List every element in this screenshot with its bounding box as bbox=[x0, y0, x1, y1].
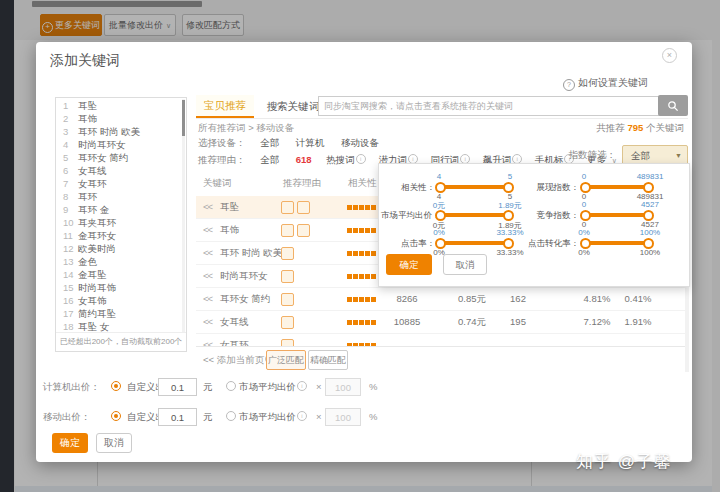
row-keyword: 耳坠 bbox=[220, 196, 239, 218]
list-item[interactable]: 8耳环 bbox=[56, 190, 186, 203]
help-link[interactable]: ?如何设置关键词 bbox=[563, 76, 648, 91]
reason-badges bbox=[281, 201, 310, 214]
market-bid-radio[interactable] bbox=[226, 381, 236, 391]
slider-cur-max: 4527 bbox=[628, 200, 672, 209]
list-item[interactable]: 17简约耳坠 bbox=[56, 307, 186, 320]
list-item[interactable]: 10耳夹耳环 bbox=[56, 216, 186, 229]
add-arrows-icon: << bbox=[203, 265, 212, 287]
custom-bid-radio[interactable] bbox=[111, 381, 121, 391]
device-option-pc[interactable]: 计算机 bbox=[296, 137, 325, 148]
market-bid-radio[interactable] bbox=[226, 411, 236, 421]
custom-bid-radio[interactable] bbox=[111, 411, 121, 421]
slider-handle-max[interactable] bbox=[503, 238, 514, 249]
list-item[interactable]: 9耳环 金 bbox=[56, 203, 186, 216]
slider-handle-max[interactable] bbox=[503, 182, 514, 193]
reason-option-hot[interactable]: 热搜词 bbox=[326, 154, 355, 165]
slider-track[interactable]: 0%33.33% 0%33.33% bbox=[438, 241, 511, 245]
slider-track[interactable]: 0%100% 0%100% bbox=[583, 241, 651, 245]
custom-bid-input[interactable] bbox=[158, 408, 197, 426]
slider-handle-max[interactable] bbox=[503, 210, 514, 221]
slider-track[interactable]: 0489831 0489831 bbox=[583, 185, 651, 189]
slider-cur-min: 0% bbox=[562, 228, 606, 237]
slider-handle-max[interactable] bbox=[643, 182, 654, 193]
breadcrumb: 所有推荐词 > 移动设备 bbox=[198, 122, 294, 135]
add-arrows-icon: << bbox=[203, 196, 212, 218]
add-arrows-icon: << bbox=[203, 242, 212, 264]
device-filter-row: 选择设备： 全部 计算机 移动设备 bbox=[198, 137, 393, 149]
slider-handle-min[interactable] bbox=[580, 210, 591, 221]
item-text: 女耳饰 bbox=[78, 295, 107, 306]
item-text: 金色 bbox=[78, 256, 97, 267]
slider-max: 100% bbox=[628, 248, 672, 257]
item-index: 13 bbox=[63, 255, 78, 268]
list-item[interactable]: 7女耳环 bbox=[56, 177, 186, 190]
list-item[interactable]: 14金耳坠 bbox=[56, 268, 186, 281]
list-item[interactable]: 5耳环女 简约 bbox=[56, 151, 186, 164]
market-bid-percent-input[interactable] bbox=[325, 378, 361, 396]
cancel-button[interactable]: 取消 bbox=[96, 433, 132, 453]
item-text: 金耳坠 bbox=[78, 269, 107, 280]
item-text: 欧美时尚 bbox=[78, 243, 116, 254]
table-row[interactable]: <<女耳环 bbox=[196, 334, 688, 346]
item-index: 7 bbox=[63, 177, 78, 190]
list-item[interactable]: 4时尚耳环女 bbox=[56, 138, 186, 151]
reason-option-all[interactable]: 全部 bbox=[260, 154, 279, 165]
multiply-sign: × bbox=[316, 381, 322, 392]
broad-match-button[interactable]: 广泛匹配 bbox=[266, 350, 306, 370]
list-item[interactable]: 2耳饰 bbox=[56, 112, 186, 125]
search-button[interactable] bbox=[658, 95, 688, 116]
slider-handle-min[interactable] bbox=[435, 238, 446, 249]
slider-track[interactable]: 45 45 bbox=[438, 185, 511, 189]
confirm-button[interactable]: 确定 bbox=[52, 433, 88, 453]
panel-cancel-button[interactable]: 取消 bbox=[443, 254, 487, 275]
close-icon[interactable]: × bbox=[662, 48, 677, 63]
impression-index: 8266 bbox=[375, 288, 439, 310]
col-reason: 推荐理由 bbox=[283, 170, 321, 196]
market-bid-percent-input[interactable] bbox=[325, 408, 361, 426]
device-option-all[interactable]: 全部 bbox=[260, 137, 279, 148]
table-row[interactable]: <<耳环女 简约 82660.85元1624.81%0.41% bbox=[196, 288, 688, 311]
exact-match-button[interactable]: 精确匹配 bbox=[308, 350, 348, 370]
row-keyword: 耳饰 bbox=[220, 219, 239, 241]
list-item[interactable]: 12欧美时尚 bbox=[56, 242, 186, 255]
tab-item-recommend[interactable]: 宝贝推荐 bbox=[196, 95, 254, 118]
yuan-unit: 元 bbox=[203, 411, 213, 424]
relevance-bars bbox=[347, 297, 376, 302]
list-item[interactable]: 6女耳线 bbox=[56, 164, 186, 177]
slider-handle-max[interactable] bbox=[643, 238, 654, 249]
list-item[interactable]: 11金耳环女 bbox=[56, 229, 186, 242]
table-row[interactable]: <<女耳线 108850.74元1957.12%1.91% bbox=[196, 311, 688, 334]
slider-handle-min[interactable] bbox=[435, 210, 446, 221]
total-count: 795 bbox=[628, 122, 644, 133]
custom-bid-input[interactable] bbox=[158, 378, 197, 396]
device-option-mobile[interactable]: 移动设备 bbox=[341, 137, 379, 148]
list-item[interactable]: 3耳环 时尚 欧美 bbox=[56, 125, 186, 138]
relevance-bars bbox=[347, 205, 376, 210]
list-item[interactable]: 13金色 bbox=[56, 255, 186, 268]
reason-badge-icon bbox=[281, 224, 294, 237]
breadcrumb-root[interactable]: 所有推荐词 bbox=[198, 122, 246, 133]
search-input[interactable] bbox=[318, 96, 660, 116]
item-text: 耳环 时尚 欧美 bbox=[78, 126, 140, 137]
item-text: 女耳环 bbox=[78, 178, 107, 189]
list-item[interactable]: 16女耳饰 bbox=[56, 294, 186, 307]
slider-label: 竞争指数： bbox=[517, 210, 579, 220]
list-item[interactable]: 1耳坠 bbox=[56, 99, 186, 112]
list-scrollbar-thumb[interactable] bbox=[182, 100, 185, 136]
index-filter-panel: 相关性： 45 45 展现指数： 0489831 0489831 市场平均出价：… bbox=[378, 163, 690, 287]
slider-handle-min[interactable] bbox=[580, 238, 591, 249]
relevance-bars bbox=[347, 274, 376, 279]
slider-handle-min[interactable] bbox=[435, 182, 446, 193]
panel-confirm-button[interactable]: 确定 bbox=[386, 254, 432, 275]
add-arrows-icon: << bbox=[203, 354, 214, 365]
multiply-sign: × bbox=[316, 411, 322, 422]
slider-track[interactable]: 0元1.89元 0元1.89元 bbox=[438, 213, 511, 217]
reason-filter-label: 推荐理由： bbox=[198, 154, 246, 165]
reason-option-618[interactable]: 618 bbox=[296, 154, 312, 165]
list-item[interactable]: 15时尚耳饰 bbox=[56, 281, 186, 294]
slider-handle-max[interactable] bbox=[643, 210, 654, 221]
tab-search-keyword[interactable]: 搜索关键词 bbox=[260, 95, 326, 117]
slider-handle-min[interactable] bbox=[580, 182, 591, 193]
competition-index: 162 bbox=[486, 288, 550, 310]
slider-track[interactable]: 04527 04527 bbox=[583, 213, 651, 217]
